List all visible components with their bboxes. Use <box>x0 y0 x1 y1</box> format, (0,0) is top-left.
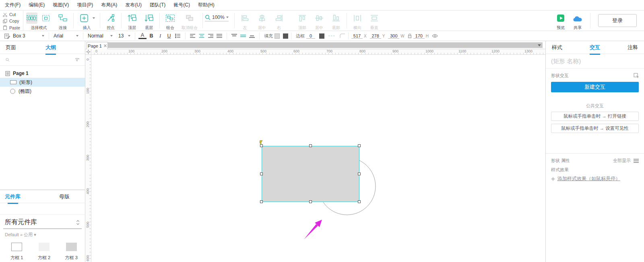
cut-button[interactable]: Cut <box>3 12 23 18</box>
visibility-eye-icon[interactable] <box>432 34 438 38</box>
library-item-box3[interactable]: 方框 3 <box>58 243 85 261</box>
preview-button[interactable] <box>555 12 566 24</box>
close-tab-icon[interactable] <box>104 44 107 47</box>
widget-style-select[interactable]: Box 3 <box>11 33 46 39</box>
selection-handle-w[interactable] <box>260 173 263 175</box>
library-breadcrumb[interactable]: Default » 公用 ▾ <box>5 232 85 238</box>
align-center-button[interactable] <box>256 12 268 24</box>
menu-item-account[interactable]: 账号(C) <box>173 2 190 8</box>
border-dash-button[interactable] <box>328 35 336 37</box>
select-mode-single-button[interactable] <box>40 12 52 24</box>
text-align-center-button[interactable] <box>197 32 206 40</box>
font-size-select[interactable]: 13 <box>117 33 132 39</box>
tab-masters[interactable]: 母版 <box>59 193 70 200</box>
quick-action-set-visibility[interactable]: 鼠标或手指单击时 → 设置可见性 <box>551 124 639 133</box>
font-weight-select[interactable]: Normal <box>86 33 114 39</box>
tree-item-ellipse[interactable]: (椭圆) <box>0 87 85 96</box>
library-item-box1[interactable]: 方框 1 <box>3 243 31 261</box>
tab-library[interactable]: 元件库 <box>5 193 21 200</box>
menu-item-team[interactable]: 团队(T) <box>150 2 165 8</box>
bold-button[interactable]: B <box>147 32 156 40</box>
widget-style-manager-icon[interactable] <box>2 32 11 40</box>
copy-button[interactable]: Copy <box>3 18 23 24</box>
border-color-swatch[interactable] <box>319 33 324 39</box>
align-right-button[interactable] <box>273 12 285 24</box>
widget-name-input[interactable] <box>546 54 644 69</box>
tab-notes[interactable]: 注释 <box>627 44 638 51</box>
library-item-box2[interactable]: 方框 2 <box>31 243 58 261</box>
outline-search-input[interactable] <box>13 57 75 62</box>
lock-ratio-icon[interactable] <box>408 33 412 38</box>
rectangle-widget[interactable] <box>262 146 359 202</box>
selection-handle-nw[interactable] <box>260 144 263 147</box>
valign-middle-button[interactable] <box>239 32 248 40</box>
connect-button[interactable] <box>57 12 68 24</box>
distribute-v-button[interactable] <box>369 12 380 24</box>
bullet-list-button[interactable] <box>173 32 182 40</box>
canvas-content[interactable] <box>91 55 545 262</box>
ungroup-button[interactable] <box>184 12 195 24</box>
valign-bottom-button[interactable] <box>248 32 256 40</box>
select-mode-multi-button[interactable] <box>26 12 37 24</box>
filter-icon[interactable] <box>75 57 79 62</box>
tree-item-rectangle[interactable]: (矩形) <box>0 78 85 87</box>
position-x-field[interactable] <box>351 33 363 39</box>
font-family-select[interactable]: Arial <box>52 33 80 39</box>
library-select[interactable]: 所有元件库 <box>3 216 82 229</box>
selection-handle-s[interactable] <box>309 200 312 203</box>
tree-item-page1[interactable]: Page 1 <box>0 69 85 78</box>
new-interaction-button[interactable]: 新建交互 <box>551 82 639 92</box>
show-all-toggle[interactable]: 全部显示 <box>613 158 631 164</box>
menu-item-view[interactable]: 视图(V) <box>53 2 69 8</box>
zoom-control[interactable]: 100% <box>205 15 229 21</box>
text-align-left-button[interactable] <box>188 32 197 40</box>
insert-dropdown-caret[interactable] <box>93 17 95 19</box>
login-button[interactable]: 登录 <box>598 14 637 27</box>
italic-button[interactable]: I <box>156 32 165 40</box>
tab-pages[interactable]: 页面 <box>6 44 16 51</box>
share-button[interactable] <box>572 12 583 24</box>
align-top-button[interactable] <box>297 12 308 24</box>
selection-handle-e[interactable] <box>358 173 361 175</box>
menu-item-edit[interactable]: 编辑(E) <box>29 2 45 8</box>
position-y-field[interactable] <box>370 33 381 39</box>
size-w-field[interactable] <box>388 33 399 39</box>
selection-handle-se[interactable] <box>358 200 361 203</box>
valign-top-button[interactable] <box>230 32 239 40</box>
underline-button[interactable]: U <box>165 32 173 40</box>
tab-interaction[interactable]: 交互 <box>590 44 600 51</box>
bring-front-button[interactable] <box>126 12 138 24</box>
tab-style[interactable]: 样式 <box>552 44 562 51</box>
quick-action-open-link[interactable]: 鼠标或手指单击时 → 打开链接 <box>551 112 639 121</box>
insert-button[interactable] <box>78 12 90 24</box>
align-left-button[interactable] <box>239 12 251 24</box>
props-menu-icon[interactable] <box>634 159 639 163</box>
library-search-input[interactable] <box>9 206 71 212</box>
corner-radius-button[interactable] <box>340 33 345 38</box>
send-back-button[interactable] <box>143 12 155 24</box>
menu-item-project[interactable]: 项目(P) <box>77 2 93 8</box>
text-justify-button[interactable] <box>215 32 224 40</box>
text-color-button[interactable]: A <box>138 32 147 40</box>
menu-item-help[interactable]: 帮助(H) <box>198 2 215 8</box>
text-align-right-button[interactable] <box>206 32 215 40</box>
fill-color-swatch[interactable] <box>275 33 280 39</box>
menu-item-layout[interactable]: 布局(A) <box>101 2 117 8</box>
handles-button[interactable] <box>105 12 116 24</box>
interaction-editor-icon[interactable] <box>634 73 639 78</box>
page-tab[interactable]: Page 1 <box>87 42 108 49</box>
size-h-field[interactable] <box>413 33 425 39</box>
tab-outline[interactable]: 大纲 <box>45 44 56 51</box>
distribute-h-button[interactable] <box>352 12 363 24</box>
shadow-color-swatch[interactable] <box>283 33 288 39</box>
selection-handle-ne[interactable] <box>358 144 361 147</box>
tab-list-caret-icon[interactable] <box>538 44 541 46</box>
ruler-origin-icon[interactable] <box>85 49 91 55</box>
paste-button[interactable]: Paste <box>3 25 23 31</box>
menu-item-publish[interactable]: 发布(U) <box>125 2 142 8</box>
selection-handle-sw[interactable] <box>260 200 263 203</box>
menu-item-file[interactable]: 文件(F) <box>5 2 21 8</box>
selection-handle-n[interactable] <box>309 144 312 147</box>
add-style-effect-link[interactable]: 添加样式效果（如鼠标悬停） <box>557 175 620 182</box>
group-button[interactable] <box>165 12 176 24</box>
